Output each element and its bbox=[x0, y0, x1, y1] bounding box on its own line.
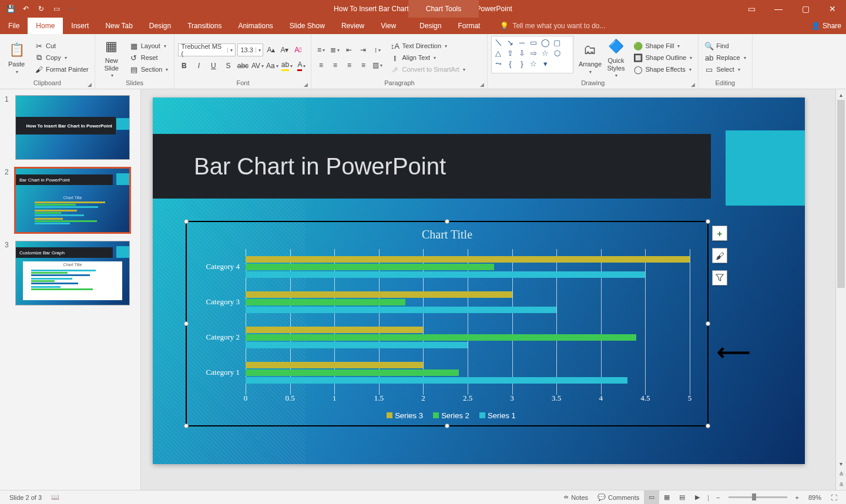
align-left-button[interactable]: ≡ bbox=[315, 59, 327, 71]
font-color-button[interactable]: A bbox=[296, 60, 307, 72]
resize-handle-se[interactable] bbox=[706, 424, 710, 428]
shape-uparrow-icon[interactable]: ⇧ bbox=[505, 48, 515, 58]
shape-connector-icon[interactable]: ⤳ bbox=[493, 59, 503, 68]
spell-check-icon[interactable]: 📖 bbox=[46, 490, 64, 505]
reading-view-icon[interactable]: ▤ bbox=[674, 490, 690, 505]
shape-oval-icon[interactable]: ◯ bbox=[540, 38, 550, 47]
shape-rect-icon[interactable]: ▭ bbox=[528, 38, 539, 47]
new-slide-button[interactable]: ▦New Slide bbox=[99, 36, 125, 79]
thumbnail-3[interactable]: Customize Bar Graph Chart Title bbox=[15, 241, 130, 305]
decrease-font-icon[interactable]: A▾ bbox=[278, 44, 290, 56]
increase-indent-button[interactable]: ⇥ bbox=[357, 44, 369, 56]
font-name-dropdown-icon[interactable]: ▾ bbox=[227, 48, 233, 53]
start-from-beginning-icon[interactable]: ▭ bbox=[52, 4, 61, 14]
tab-view[interactable]: View bbox=[372, 18, 404, 34]
close-icon[interactable]: ✕ bbox=[819, 0, 846, 18]
highlight-button[interactable]: ab bbox=[281, 60, 293, 72]
underline-button[interactable]: U bbox=[207, 60, 219, 72]
slide-indicator[interactable]: Slide 2 of 3 bbox=[5, 490, 46, 505]
resize-handle-s[interactable] bbox=[445, 424, 449, 428]
chart-styles-button[interactable]: 🖌 bbox=[712, 248, 727, 263]
tab-animations[interactable]: Animations bbox=[230, 18, 281, 34]
thumbnail-1[interactable]: How To Insert Bar Chart In PowerPoint bbox=[15, 95, 130, 160]
thumbnail-2[interactable]: Bar Chart in PowerPoint Chart Title bbox=[15, 168, 130, 233]
numbering-button[interactable]: ≣ bbox=[329, 44, 341, 56]
resize-handle-nw[interactable] bbox=[184, 219, 189, 224]
prev-slide-icon[interactable]: ≙ bbox=[836, 469, 846, 479]
tab-newtab[interactable]: New Tab bbox=[97, 18, 140, 34]
shape-line2-icon[interactable]: ─ bbox=[516, 38, 527, 47]
chart-filter-button[interactable] bbox=[712, 270, 727, 285]
maximize-icon[interactable]: ▢ bbox=[792, 0, 819, 18]
align-text-button[interactable]: ⫿Align Text bbox=[388, 52, 467, 63]
resize-handle-sw[interactable] bbox=[184, 424, 189, 428]
shapes-gallery[interactable]: ＼ ↘ ─ ▭ ◯ ▢ △ ⇧ ⇩ ⇨ ☆ ⬡ ⤳ { } ☆ ▾ bbox=[491, 36, 573, 73]
ribbon-display-options-icon[interactable]: ▭ bbox=[738, 0, 765, 18]
columns-button[interactable]: ▥ bbox=[371, 59, 383, 71]
font-name-combo[interactable]: Trebuchet MS (▾ bbox=[178, 43, 236, 56]
chart-object[interactable]: Chart Title Category 4Category 3Category… bbox=[186, 221, 709, 426]
shape-brace-left-icon[interactable]: { bbox=[505, 59, 515, 68]
shape-callout-icon[interactable]: ☆ bbox=[528, 59, 539, 68]
shape-hex-icon[interactable]: ⬡ bbox=[552, 48, 562, 58]
format-painter-button[interactable]: 🖌Format Painter bbox=[32, 64, 91, 75]
shape-line-icon[interactable]: ＼ bbox=[493, 38, 503, 47]
shape-arrow-icon[interactable]: ↘ bbox=[505, 38, 515, 47]
shape-more-icon[interactable]: ▾ bbox=[540, 59, 550, 68]
chart-plot-area[interactable]: Category 4Category 3Category 2Category 1 bbox=[246, 249, 690, 390]
font-size-combo[interactable]: 13.3▾ bbox=[237, 43, 263, 56]
fit-to-window-icon[interactable]: ⛶ bbox=[826, 490, 841, 505]
select-button[interactable]: ▭Select bbox=[702, 64, 748, 75]
scroll-up-icon[interactable]: ▴ bbox=[836, 89, 846, 100]
shape-downarrow-icon[interactable]: ⇩ bbox=[516, 48, 527, 58]
vertical-scrollbar[interactable]: ▴ ▾ ≙ ≚ bbox=[835, 89, 846, 490]
next-slide-icon[interactable]: ≚ bbox=[836, 479, 846, 490]
layout-button[interactable]: ▦Layout bbox=[127, 41, 171, 51]
resize-handle-ne[interactable] bbox=[706, 219, 710, 224]
shape-effects-button[interactable]: ◯Shape Effects bbox=[631, 64, 694, 75]
bold-button[interactable]: B bbox=[178, 60, 190, 72]
normal-view-icon[interactable]: ▭ bbox=[644, 490, 659, 505]
tab-file[interactable]: File bbox=[0, 18, 28, 34]
font-size-dropdown-icon[interactable]: ▾ bbox=[256, 48, 261, 53]
shape-rightarrow-icon[interactable]: ⇨ bbox=[528, 48, 539, 58]
quick-styles-button[interactable]: 🔷Quick Styles bbox=[603, 36, 629, 79]
notes-button[interactable]: ≐ Notes bbox=[559, 490, 593, 505]
clear-formatting-icon[interactable]: A⃠ bbox=[292, 44, 304, 56]
slideshow-view-icon[interactable]: ▶ bbox=[690, 490, 705, 505]
zoom-slider[interactable] bbox=[728, 496, 787, 498]
increase-font-icon[interactable]: A▴ bbox=[265, 44, 277, 56]
shadow-button[interactable]: S bbox=[222, 60, 234, 72]
resize-handle-e[interactable] bbox=[706, 321, 710, 326]
slide-title-block[interactable]: Bar Chart in PowerPoint bbox=[153, 134, 711, 199]
shape-fill-button[interactable]: 🟢Shape Fill bbox=[631, 41, 694, 51]
copy-button[interactable]: ⧉Copy bbox=[32, 52, 91, 63]
qat-customize-icon[interactable] bbox=[67, 4, 76, 14]
tab-design[interactable]: Design bbox=[141, 18, 179, 34]
replace-button[interactable]: abReplace bbox=[702, 52, 748, 63]
shape-brace-right-icon[interactable]: } bbox=[516, 59, 527, 68]
share-button[interactable]: 👤Share bbox=[811, 18, 841, 34]
tab-transitions[interactable]: Transitions bbox=[179, 18, 230, 34]
shape-rounded-icon[interactable]: ▢ bbox=[552, 38, 562, 47]
comments-button[interactable]: 💬 Comments bbox=[593, 490, 644, 505]
shape-outline-button[interactable]: 🔲Shape Outline bbox=[631, 52, 694, 63]
shape-star-icon[interactable]: ☆ bbox=[540, 48, 550, 58]
convert-smartart-button[interactable]: ⬀Convert to SmartArt bbox=[388, 64, 467, 75]
clipboard-dialog-launcher[interactable]: ◢ bbox=[88, 82, 93, 88]
sorter-view-icon[interactable]: ▦ bbox=[659, 490, 674, 505]
tell-me-search[interactable]: 💡Tell me what you want to do... bbox=[488, 18, 846, 34]
tab-insert[interactable]: Insert bbox=[63, 18, 97, 34]
redo-icon[interactable]: ↻ bbox=[36, 4, 46, 14]
arrange-button[interactable]: 🗂Arrange bbox=[577, 36, 603, 79]
scrollbar-thumb[interactable] bbox=[837, 100, 845, 288]
text-direction-button[interactable]: ↕AText Direction bbox=[388, 41, 467, 51]
shape-triangle-icon[interactable]: △ bbox=[493, 48, 503, 58]
resize-handle-n[interactable] bbox=[445, 219, 449, 224]
drawing-dialog-launcher[interactable]: ◢ bbox=[691, 82, 697, 88]
strikethrough-button[interactable]: abc bbox=[237, 60, 249, 72]
undo-icon[interactable]: ↶ bbox=[21, 4, 31, 14]
char-spacing-button[interactable]: AV bbox=[251, 60, 263, 72]
decrease-indent-button[interactable]: ⇤ bbox=[343, 44, 355, 56]
chart-legend[interactable]: Series 3 Series 2 Series 1 bbox=[187, 411, 707, 421]
